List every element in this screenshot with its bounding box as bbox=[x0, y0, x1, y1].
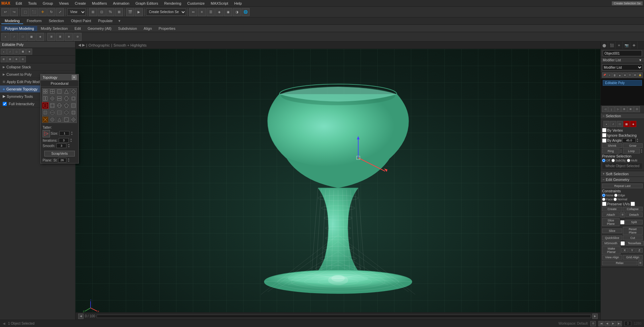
rp-icon-helper[interactable]: ✚ bbox=[630, 42, 638, 49]
menu-group[interactable]: Group bbox=[40, 1, 56, 6]
play-back-btn[interactable]: ◀ bbox=[604, 321, 610, 326]
constraint-edge-option[interactable]: Edge bbox=[614, 194, 625, 197]
preview-multi-option[interactable]: Multi bbox=[627, 159, 637, 162]
tab-object-paint[interactable]: Object Paint bbox=[68, 18, 95, 24]
stack-pin-btn[interactable]: 📌 bbox=[602, 72, 607, 78]
constraint-edge-radio[interactable] bbox=[614, 194, 618, 197]
selection-section-header[interactable]: – Selection bbox=[601, 113, 644, 119]
split-button[interactable]: Split bbox=[625, 220, 643, 224]
make-planar-y-button[interactable]: Y bbox=[629, 248, 635, 253]
sel-element-icon[interactable]: ◈ bbox=[630, 121, 636, 127]
tab-modeling[interactable]: Modeling bbox=[1, 18, 23, 24]
percent-snap[interactable]: % bbox=[106, 8, 114, 16]
topo-btn-5-3[interactable] bbox=[56, 116, 63, 123]
workspace-settings-btn[interactable]: ⚙ bbox=[590, 321, 596, 326]
ignore-backfacing-checkbox[interactable] bbox=[602, 133, 606, 137]
topo-btn-4-4[interactable] bbox=[63, 109, 70, 116]
view-align-button[interactable]: View Align bbox=[602, 255, 622, 260]
select-region-button[interactable]: ⬛ bbox=[30, 8, 38, 16]
ring-btn[interactable]: ⊠ bbox=[56, 33, 64, 41]
viewport-nav-next[interactable]: ▶ bbox=[82, 43, 85, 47]
lp-icon1[interactable]: • bbox=[1, 49, 7, 55]
full-interactivity-checkbox[interactable] bbox=[3, 102, 7, 106]
rp-icon-light[interactable]: ☀ bbox=[615, 42, 623, 49]
tatter-size-input[interactable] bbox=[59, 131, 69, 136]
stack-delete-btn[interactable]: 🗑 bbox=[612, 72, 617, 78]
topo-btn-4-2[interactable] bbox=[49, 109, 56, 116]
lp-icon5[interactable]: ◈ bbox=[26, 49, 32, 55]
mod-icon-a[interactable]: ◁ bbox=[602, 106, 608, 112]
environment-button[interactable]: 🌐 bbox=[241, 8, 250, 16]
topo-btn-1-3[interactable] bbox=[56, 88, 63, 95]
lp-icon2[interactable]: / bbox=[7, 49, 13, 55]
tessellate-button[interactable]: Tessellate bbox=[626, 241, 644, 246]
render-button[interactable]: ▶ bbox=[135, 8, 143, 16]
by-vertex-checkbox[interactable] bbox=[602, 128, 606, 132]
preview-subobj-radio[interactable] bbox=[611, 159, 615, 162]
topo-btn-1-1[interactable] bbox=[42, 88, 49, 95]
constraint-face-radio[interactable] bbox=[602, 198, 605, 201]
modifier-list-dropdown-arrow[interactable]: ▼ bbox=[639, 58, 642, 62]
mod-icon-f[interactable]: ⊡ bbox=[634, 106, 640, 112]
preview-multi-radio[interactable] bbox=[627, 159, 630, 162]
topo-btn-3-2[interactable] bbox=[49, 102, 56, 109]
angle-snap[interactable]: ⊡ bbox=[98, 8, 106, 16]
align-button[interactable]: ≡ bbox=[198, 8, 206, 16]
topo-btn-5-5[interactable] bbox=[70, 116, 77, 123]
menu-maxscript[interactable]: MAXScript bbox=[208, 1, 231, 6]
play-next-btn[interactable]: ▶| bbox=[616, 321, 622, 326]
viewport-display-label[interactable]: Smooth + Highlights bbox=[113, 43, 147, 47]
viewport-canvas[interactable]: Y X Z bbox=[75, 49, 600, 320]
sec-menu-subdivision[interactable]: Subdivision bbox=[115, 26, 140, 31]
constraint-normal-option[interactable]: Normal bbox=[613, 198, 627, 201]
topo-btn-3-1[interactable] bbox=[42, 102, 49, 109]
grow-button[interactable]: Grow bbox=[623, 143, 643, 148]
make-planar-button[interactable]: Make Planar bbox=[602, 246, 621, 254]
tatter-iterations-input[interactable] bbox=[59, 138, 69, 143]
sec-menu-align[interactable]: Align bbox=[140, 26, 155, 31]
material-editor-button[interactable]: ◈ bbox=[215, 8, 223, 16]
timeline-track[interactable] bbox=[97, 315, 591, 318]
constraint-normal-radio[interactable] bbox=[613, 198, 617, 201]
topo-btn-2-2[interactable] bbox=[49, 95, 56, 102]
tatter-iterations-spin[interactable]: ▲▼ bbox=[70, 138, 72, 143]
topo-btn-1-5[interactable] bbox=[70, 88, 77, 95]
polygon-mode-btn[interactable]: ▦ bbox=[28, 33, 36, 41]
viewport-nav-prev[interactable]: ◀ bbox=[78, 43, 81, 47]
tatter-smooth-input[interactable] bbox=[56, 143, 66, 148]
menu-graph-editors[interactable]: Graph Editors bbox=[133, 1, 161, 6]
sec-menu-geometry-all[interactable]: Geometry (All) bbox=[84, 26, 115, 31]
lp-icon3[interactable]: □ bbox=[13, 49, 19, 55]
move-button[interactable]: ✛ bbox=[39, 8, 47, 16]
by-angle-spin[interactable]: ▲▼ bbox=[636, 138, 638, 143]
menu-tools[interactable]: Tools bbox=[25, 1, 40, 6]
sel-border-icon[interactable]: □ bbox=[617, 121, 623, 127]
redo-button[interactable]: ↪ bbox=[10, 8, 18, 16]
stack-lock-btn[interactable]: 🔒 bbox=[638, 72, 643, 78]
topo-btn-3-5[interactable] bbox=[70, 102, 77, 109]
create-selection-dropdown[interactable]: Create Selection Se bbox=[146, 8, 186, 16]
stack-down-btn[interactable]: ▼ bbox=[623, 72, 627, 78]
tab-populate[interactable]: Populate bbox=[95, 18, 116, 24]
lp-tool1[interactable]: ⊞ bbox=[1, 56, 7, 62]
scale-button[interactable]: ⤢ bbox=[56, 8, 64, 16]
tatter-preview-icon[interactable] bbox=[43, 130, 50, 137]
sel-edge-icon[interactable]: / bbox=[610, 121, 616, 127]
reset-plane-button[interactable]: Reset Plane bbox=[623, 227, 643, 235]
sel-vertex-icon[interactable]: • bbox=[603, 121, 609, 127]
preview-off-radio[interactable] bbox=[602, 159, 605, 162]
rp-icon-sphere[interactable]: ⬤ bbox=[601, 42, 608, 49]
mod-icon-b[interactable]: | bbox=[608, 106, 614, 112]
topo-btn-5-1[interactable] bbox=[42, 116, 49, 123]
modifier-editable-poly[interactable]: Editable Poly bbox=[603, 80, 642, 86]
menu-views[interactable]: Views bbox=[56, 1, 71, 6]
relax-button[interactable]: Relax bbox=[602, 261, 637, 265]
modifier-dropdown[interactable]: Modifier List bbox=[602, 64, 643, 70]
menu-animation[interactable]: Animation bbox=[110, 1, 132, 6]
sel-polygon-icon[interactable]: ▦ bbox=[624, 121, 630, 127]
preserve-uvs-checkbox[interactable] bbox=[602, 202, 606, 206]
tab-freeform[interactable]: Freeform bbox=[23, 18, 45, 24]
loop-btn[interactable]: ⊞ bbox=[47, 33, 55, 41]
topo-btn-4-1[interactable] bbox=[42, 109, 49, 116]
shrink-button[interactable]: Shrink bbox=[602, 143, 622, 148]
